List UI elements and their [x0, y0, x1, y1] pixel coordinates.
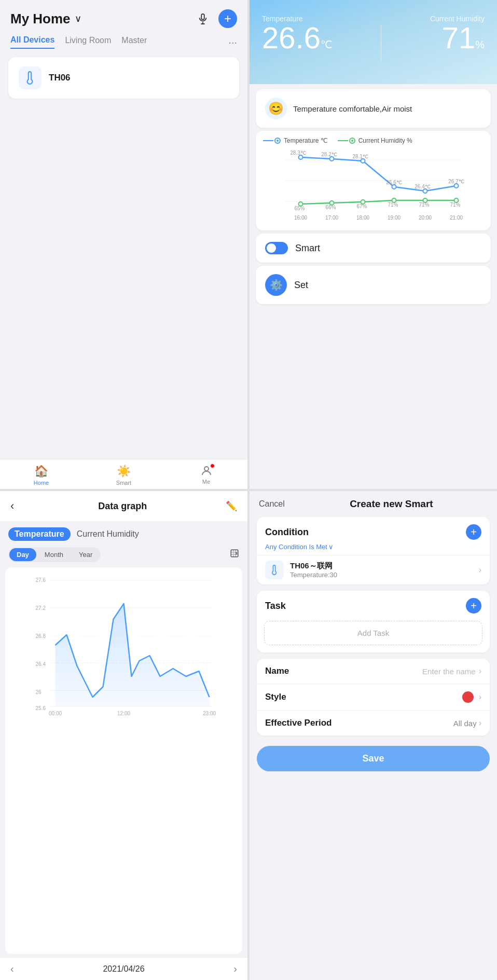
- svg-text:66%: 66%: [325, 205, 336, 210]
- svg-text:71%: 71%: [419, 202, 429, 208]
- sensor-chart-card: Temperature ℃ Current Humidity % 28.3: [256, 131, 491, 230]
- style-right: ›: [462, 691, 481, 703]
- nav-home-label: Home: [34, 480, 49, 486]
- svg-point-9: [361, 159, 365, 163]
- next-date-button[interactable]: ›: [233, 963, 237, 975]
- add-button[interactable]: +: [218, 9, 237, 28]
- condition-item[interactable]: TH06～联网 Temperature:30 ›: [257, 555, 490, 584]
- panel-home: My Home ∨ + All Devices Living Room Mast…: [0, 0, 247, 489]
- svg-text:17:00: 17:00: [325, 215, 338, 221]
- home-title: My Home: [10, 11, 71, 27]
- microphone-icon[interactable]: [194, 9, 212, 28]
- expand-icon[interactable]: [230, 549, 239, 561]
- add-task-row[interactable]: Add Task: [264, 621, 482, 645]
- svg-point-8: [330, 157, 334, 161]
- style-row[interactable]: Style ›: [257, 684, 490, 710]
- svg-text:26.4: 26.4: [36, 661, 46, 667]
- period-month[interactable]: Month: [37, 548, 71, 561]
- period-day[interactable]: Day: [9, 548, 36, 561]
- graph-header: ‹ Data graph ✏️: [0, 491, 247, 521]
- svg-text:28.2℃: 28.2℃: [321, 152, 337, 157]
- home-title-row: My Home ∨: [10, 11, 81, 27]
- smart-toggle[interactable]: [265, 242, 288, 254]
- chart-bottom-nav: ‹ 2021/04/26 ›: [0, 957, 247, 980]
- nav-me[interactable]: Me: [165, 465, 247, 486]
- smart-card[interactable]: Smart: [256, 234, 491, 263]
- temperature-block: Temperature 26.6℃: [262, 15, 332, 53]
- nav-home[interactable]: 🏠 Home: [0, 465, 82, 486]
- notification-dot: [210, 464, 215, 468]
- tab-living-room[interactable]: Living Room: [65, 36, 111, 48]
- add-task-button[interactable]: +: [466, 598, 481, 614]
- graph-data-tabs: Temperature Current Humidity: [0, 521, 247, 543]
- condition-item-chevron: ›: [479, 565, 481, 575]
- sensor-status-text: Temperature comfortable,Air moist: [293, 104, 412, 113]
- period-tabs-row: Day Month Year: [0, 543, 247, 564]
- prev-date-button[interactable]: ‹: [10, 963, 14, 975]
- condition-device-icon: [265, 561, 284, 579]
- condition-subtitle[interactable]: Any Condition Is Met ∨: [257, 542, 490, 555]
- me-nav-icon-wrap: [200, 465, 213, 477]
- svg-text:26: 26: [36, 689, 42, 695]
- back-button[interactable]: ‹: [10, 499, 14, 513]
- device-list: TH06: [0, 49, 247, 107]
- device-card-th06[interactable]: TH06: [8, 57, 239, 99]
- panel-graph: ‹ Data graph ✏️ Temperature Current Humi…: [0, 491, 247, 980]
- style-color-dot: [462, 691, 474, 703]
- svg-text:26.7℃: 26.7℃: [448, 179, 464, 184]
- period-year[interactable]: Year: [72, 548, 100, 561]
- temp-legend: Temperature ℃: [263, 137, 327, 144]
- edit-icon[interactable]: ✏️: [226, 500, 237, 512]
- temp-legend-label: Temperature ℃: [284, 137, 327, 144]
- humidity-value: 71%: [430, 23, 485, 53]
- panel-sensor: Temperature 26.6℃ Current Humidity 71% 😊…: [250, 0, 497, 489]
- name-input[interactable]: Enter the name: [289, 667, 478, 676]
- bottom-nav: 🏠 Home ☀️ Smart Me: [0, 459, 247, 489]
- hum-legend: Current Humidity %: [338, 137, 412, 144]
- tab-humidity[interactable]: Current Humidity: [71, 527, 145, 541]
- device-icon: [19, 66, 42, 89]
- tabs-more-icon[interactable]: ···: [228, 36, 237, 48]
- nav-smart[interactable]: ☀️ Smart: [82, 465, 165, 486]
- home-header-icons: +: [194, 9, 237, 28]
- save-button[interactable]: Save: [257, 746, 490, 771]
- condition-detail: Temperature:30: [290, 571, 473, 579]
- set-card[interactable]: ⚙️ Set: [256, 266, 491, 304]
- task-card: Task + Add Task: [257, 591, 490, 652]
- nav-me-label: Me: [202, 479, 210, 485]
- task-section-header: Task +: [257, 591, 490, 616]
- svg-text:20:00: 20:00: [419, 215, 432, 221]
- panel-smart: Cancel Create new Smart Condition + Any …: [250, 491, 497, 980]
- tab-all-devices[interactable]: All Devices: [10, 35, 54, 49]
- nav-smart-label: Smart: [116, 480, 131, 486]
- settings-icon: ⚙️: [265, 274, 287, 296]
- cancel-button[interactable]: Cancel: [259, 499, 285, 509]
- period-value: All day: [453, 719, 477, 728]
- svg-text:71%: 71%: [450, 202, 460, 208]
- style-label: Style: [265, 692, 286, 702]
- svg-rect-0: [201, 14, 204, 20]
- svg-text:25.6: 25.6: [36, 705, 46, 711]
- smart-label: Smart: [295, 243, 320, 254]
- svg-marker-50: [56, 604, 210, 706]
- svg-point-10: [392, 185, 396, 189]
- svg-text:12:00: 12:00: [117, 711, 130, 716]
- period-chevron: ›: [479, 718, 481, 728]
- tab-temperature[interactable]: Temperature: [8, 527, 71, 541]
- style-chevron: ›: [479, 692, 481, 702]
- smart-create-header: Cancel Create new Smart: [250, 491, 497, 517]
- main-chart: 27.6 27.2 26.8 26.4 26 25.6: [9, 573, 238, 718]
- condition-device-name: TH06～联网: [290, 561, 473, 571]
- tab-master[interactable]: Master: [121, 36, 147, 48]
- svg-text:27.2: 27.2: [36, 605, 46, 611]
- home-chevron-icon[interactable]: ∨: [75, 13, 81, 24]
- svg-text:65%: 65%: [294, 206, 305, 211]
- smart-nav-icon: ☀️: [117, 465, 131, 478]
- hum-number: 71: [442, 21, 476, 55]
- effective-period-row[interactable]: Effective Period All day ›: [257, 710, 490, 736]
- svg-text:28.3℃: 28.3℃: [290, 150, 306, 156]
- add-condition-button[interactable]: +: [466, 524, 481, 540]
- set-label: Set: [294, 280, 308, 291]
- svg-text:71%: 71%: [388, 202, 398, 208]
- humidity-block: Current Humidity 71%: [430, 15, 485, 53]
